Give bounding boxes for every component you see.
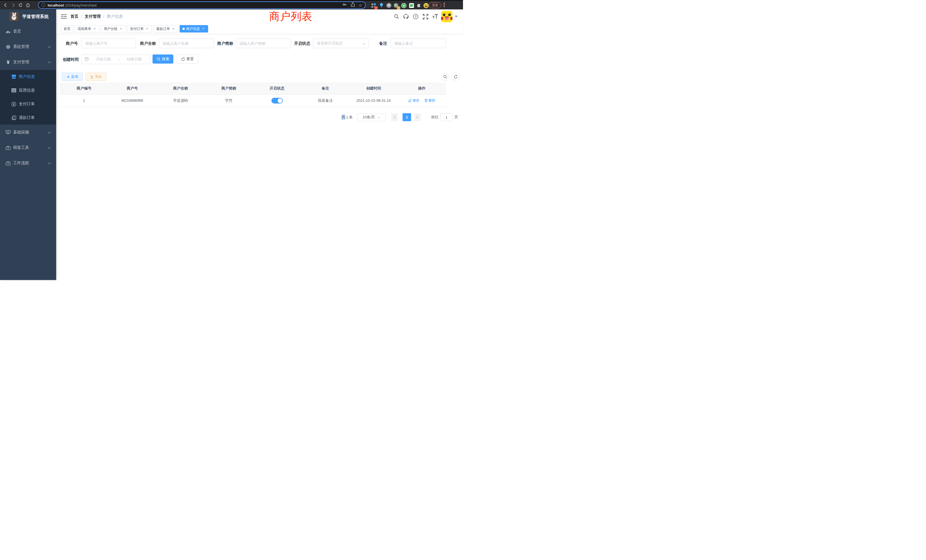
sidebar-collapse-icon[interactable] bbox=[61, 14, 67, 20]
sidebar-item-workflow[interactable]: 工作流程 bbox=[0, 155, 56, 171]
fullscreen-icon[interactable] bbox=[422, 14, 428, 20]
sidebar-item-pay-order[interactable]: 支付订单 bbox=[0, 97, 56, 111]
extension-puzzle-icon[interactable] bbox=[416, 3, 422, 8]
page-unit-label: 页 bbox=[454, 115, 458, 120]
close-icon[interactable]: × bbox=[145, 27, 149, 31]
add-button[interactable]: 新增 bbox=[62, 73, 83, 81]
browser-home-button[interactable] bbox=[24, 2, 31, 9]
chevron-down-icon bbox=[48, 145, 51, 150]
page-annotation-title: 商户列表 bbox=[269, 9, 312, 24]
cell-merchant-id: 1 bbox=[60, 94, 108, 107]
merchant-name-label: 商户全称 bbox=[139, 38, 156, 48]
close-icon[interactable]: × bbox=[119, 27, 123, 31]
bookmark-star-icon[interactable]: ☆ bbox=[359, 3, 362, 8]
svg-text:?: ? bbox=[415, 15, 417, 18]
user-menu-caret-icon[interactable] bbox=[455, 16, 458, 17]
share-icon[interactable] bbox=[351, 2, 355, 8]
password-key-icon[interactable] bbox=[342, 2, 347, 8]
status-select[interactable]: 请选择开启状态 bbox=[313, 38, 369, 48]
create-time-range-picker[interactable]: 开始日期 - 结束日期 bbox=[82, 54, 150, 64]
calendar-icon bbox=[85, 57, 89, 62]
page-number-button[interactable]: 1 bbox=[402, 113, 411, 121]
pagination: 共 1 条 10条/页 1 前往 页 bbox=[56, 113, 458, 121]
col-merchant-no: 商户号 bbox=[108, 82, 156, 94]
app-logo-row[interactable]: 芋道管理系统 bbox=[0, 9, 56, 24]
tab-pay-order[interactable]: 支付订单 × bbox=[127, 25, 152, 32]
breadcrumb-home[interactable]: 首页 bbox=[70, 14, 79, 19]
sidebar-item-payment[interactable]: ¥ 支付管理 bbox=[0, 54, 56, 70]
tab-refund-order[interactable]: 退款订单 × bbox=[153, 25, 178, 32]
show-search-toggle-button[interactable] bbox=[441, 73, 449, 81]
breadcrumb-payment[interactable]: 支付管理 bbox=[85, 14, 101, 19]
create-time-label: 创建时间 bbox=[62, 54, 79, 64]
delete-link[interactable]: 删除 bbox=[425, 98, 435, 103]
merchant-name-input[interactable] bbox=[159, 38, 214, 48]
edit-link[interactable]: 修改 bbox=[408, 98, 419, 103]
browser-back-button[interactable] bbox=[2, 2, 9, 9]
reset-button[interactable]: 重置 bbox=[177, 54, 198, 64]
chevron-down-icon bbox=[48, 161, 51, 165]
prev-page-button[interactable] bbox=[391, 113, 398, 121]
table-header-row: 商户编号 商户号 商户全称 商户简称 开启状态 备注 创建时间 操作 bbox=[60, 82, 446, 94]
sidebar-item-label: 首页 bbox=[13, 29, 21, 34]
end-date-placeholder: 结束日期 bbox=[122, 57, 147, 62]
page-size-select[interactable]: 10条/页 bbox=[357, 113, 386, 121]
payment-submenu: 商户信息 应用信息 支付订单 退款订单 bbox=[0, 70, 56, 125]
extension-grid-icon[interactable]: 10 bbox=[371, 3, 376, 8]
browser-menu-icon[interactable] bbox=[443, 3, 445, 8]
tab-process-form[interactable]: 流程表单 × bbox=[75, 25, 100, 32]
browser-forward-button[interactable] bbox=[10, 2, 17, 9]
search-button[interactable]: 搜索 bbox=[153, 54, 173, 64]
sidebar-item-home[interactable]: 首页 bbox=[0, 24, 56, 39]
page-info-icon[interactable]: i bbox=[41, 3, 45, 7]
sidebar-item-refund-order[interactable]: 退款订单 bbox=[0, 111, 56, 125]
url-path: :1024/pay/merchant bbox=[64, 3, 97, 8]
refresh-table-button[interactable] bbox=[452, 73, 460, 81]
sidebar-item-label: 商户信息 bbox=[19, 74, 35, 79]
sidebar-item-dev-tools[interactable]: 研发工具 bbox=[0, 140, 56, 155]
user-avatar[interactable] bbox=[441, 11, 452, 22]
chevron-down-icon bbox=[377, 115, 380, 120]
tab-home[interactable]: 首页 bbox=[61, 25, 73, 32]
chevron-down-icon bbox=[48, 130, 51, 135]
header-search-icon[interactable] bbox=[393, 14, 400, 20]
sidebar-item-label: 研发工具 bbox=[13, 145, 29, 150]
font-size-icon[interactable] bbox=[432, 14, 438, 20]
sidebar-item-infrastructure[interactable]: 基础设施 bbox=[0, 125, 56, 140]
close-icon[interactable]: × bbox=[171, 27, 176, 31]
extension-command-icon[interactable]: ⌘ bbox=[386, 3, 392, 8]
sidebar-item-label: 退款订单 bbox=[19, 115, 35, 120]
merchant-short-name-input[interactable] bbox=[236, 38, 291, 48]
search-icon bbox=[443, 75, 447, 79]
extension-timer-icon[interactable]: 1 bbox=[393, 3, 399, 8]
export-button[interactable]: 导出 bbox=[86, 73, 106, 81]
browser-address-bar[interactable]: i localhost :1024/pay/merchant ☆ bbox=[38, 2, 366, 9]
extension-emoji-icon[interactable] bbox=[423, 3, 429, 8]
close-icon[interactable]: × bbox=[93, 27, 97, 31]
goto-page-input[interactable] bbox=[440, 113, 453, 121]
remark-input[interactable] bbox=[390, 38, 446, 48]
github-icon[interactable] bbox=[403, 14, 409, 20]
chevron-left-icon bbox=[393, 115, 396, 119]
breadcrumb-merchant-info: 商户信息 bbox=[107, 14, 123, 19]
merchant-no-input[interactable] bbox=[82, 38, 136, 48]
browser-update-button[interactable]: 更新 bbox=[429, 2, 441, 8]
close-icon[interactable]: × bbox=[201, 27, 205, 31]
cell-merchant-name: 芋道源码 bbox=[156, 94, 205, 107]
tab-user-group[interactable]: 用户分组 × bbox=[101, 25, 126, 32]
sidebar-item-system[interactable]: 系统管理 bbox=[0, 39, 56, 54]
chevron-down-icon bbox=[48, 44, 51, 49]
browser-reload-button[interactable] bbox=[17, 2, 24, 9]
cell-merchant-no: M233666999 bbox=[108, 94, 156, 107]
cell-remark: 我是备注 bbox=[301, 94, 349, 107]
sidebar-item-merchant-info[interactable]: 商户信息 bbox=[0, 70, 56, 83]
sidebar-item-app-info[interactable]: 应用信息 bbox=[0, 83, 56, 97]
next-page-button[interactable] bbox=[414, 113, 421, 121]
extension-gem-icon[interactable] bbox=[378, 3, 384, 8]
help-icon[interactable]: ? bbox=[413, 14, 419, 20]
status-toggle[interactable] bbox=[271, 98, 283, 103]
tab-merchant-info[interactable]: 商户信息 × bbox=[180, 25, 208, 32]
extension-chat-icon[interactable] bbox=[409, 3, 414, 8]
cell-actions: 修改 删除 bbox=[398, 94, 446, 107]
extension-v-icon[interactable] bbox=[401, 3, 407, 8]
